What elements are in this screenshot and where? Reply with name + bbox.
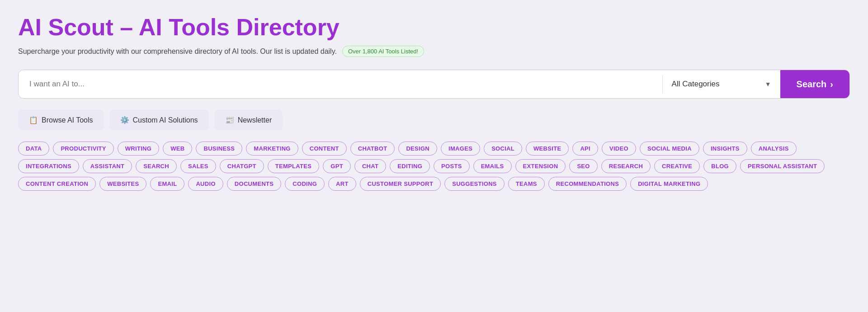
tag-button[interactable]: EMAIL (150, 177, 184, 191)
tag-button[interactable]: ART (328, 177, 356, 191)
tag-button[interactable]: CONTENT (302, 142, 347, 156)
tag-button[interactable]: IMAGES (441, 142, 480, 156)
nav-button-label: Newsletter (238, 116, 272, 124)
tag-button[interactable]: PERSONAL ASSISTANT (740, 159, 825, 173)
tag-button[interactable]: POSTS (434, 159, 470, 173)
tag-button[interactable]: CHATBOT (350, 142, 395, 156)
tag-button[interactable]: WEBSITES (99, 177, 146, 191)
subtitle-row: Supercharge your productivity with our c… (18, 46, 850, 57)
tag-button[interactable]: WRITING (118, 142, 159, 156)
nav-button-icon: ⚙️ (120, 116, 129, 124)
tag-button[interactable]: BLOG (703, 159, 736, 173)
nav-button-label: Browse AI Tools (42, 116, 93, 124)
tag-button[interactable]: SOCIAL MEDIA (640, 142, 699, 156)
tag-button[interactable]: CREATIVE (654, 159, 700, 173)
search-arrow-icon: › (830, 79, 833, 90)
tag-button[interactable]: DATA (18, 142, 49, 156)
tag-button[interactable]: VIDEO (602, 142, 636, 156)
tag-button[interactable]: DESIGN (398, 142, 437, 156)
tag-button[interactable]: MARKETING (246, 142, 298, 156)
tag-button[interactable]: SALES (180, 159, 216, 173)
tag-button[interactable]: CONTENT CREATION (18, 177, 96, 191)
chevron-down-icon: ▼ (765, 80, 771, 88)
tag-button[interactable]: PRODUCTIVITY (53, 142, 113, 156)
tag-button[interactable]: DIGITAL MARKETING (630, 177, 708, 191)
nav-button-label: Custom AI Solutions (133, 116, 198, 124)
tag-button[interactable]: EDITING (390, 159, 430, 173)
tags-section: DATAPRODUCTIVITYWRITINGWEBBUSINESSMARKET… (18, 142, 850, 191)
tag-button[interactable]: CHAT (354, 159, 386, 173)
tag-button[interactable]: BUSINESS (196, 142, 242, 156)
nav-button[interactable]: ⚙️Custom AI Solutions (109, 109, 209, 131)
tag-button[interactable]: ASSISTANT (83, 159, 132, 173)
tag-button[interactable]: SOCIAL (484, 142, 522, 156)
search-button-label: Search (797, 79, 827, 90)
tag-button[interactable]: CODING (285, 177, 325, 191)
tools-badge: Over 1,800 AI Tools Listed! (342, 46, 424, 57)
nav-button-icon: 📋 (29, 116, 38, 124)
tag-button[interactable]: DOCUMENTS (227, 177, 281, 191)
nav-button[interactable]: 📋Browse AI Tools (18, 109, 104, 131)
nav-button-icon: 📰 (225, 116, 234, 124)
tag-button[interactable]: EXTENSION (515, 159, 566, 173)
search-bar: All Categories ▼ Search › (18, 70, 850, 99)
tag-button[interactable]: TEAMS (508, 177, 545, 191)
nav-buttons: 📋Browse AI Tools⚙️Custom AI Solutions📰Ne… (18, 109, 850, 131)
tag-button[interactable]: SUGGESTIONS (444, 177, 505, 191)
tag-button[interactable]: ANALYSIS (751, 142, 797, 156)
category-select[interactable]: All Categories ▼ (663, 80, 780, 89)
tag-button[interactable]: CHATGPT (220, 159, 264, 173)
page-title: AI Scout – AI Tools Directory (18, 14, 850, 40)
tag-button[interactable]: TEMPLATES (268, 159, 319, 173)
tag-button[interactable]: INTEGRATIONS (18, 159, 79, 173)
subtitle-text: Supercharge your productivity with our c… (18, 47, 337, 56)
search-button[interactable]: Search › (780, 70, 849, 99)
tag-button[interactable]: API (572, 142, 598, 156)
tag-button[interactable]: AUDIO (188, 177, 223, 191)
category-select-text: All Categories (672, 80, 761, 89)
tag-button[interactable]: INSIGHTS (703, 142, 747, 156)
tag-button[interactable]: EMAILS (473, 159, 512, 173)
tag-button[interactable]: RESEARCH (601, 159, 651, 173)
tag-button[interactable]: CUSTOMER SUPPORT (360, 177, 441, 191)
nav-button[interactable]: 📰Newsletter (214, 109, 283, 131)
tag-button[interactable]: SEO (569, 159, 597, 173)
tag-button[interactable]: WEBSITE (526, 142, 569, 156)
search-input[interactable] (19, 80, 662, 89)
tag-button[interactable]: GPT (323, 159, 351, 173)
tag-button[interactable]: WEB (163, 142, 192, 156)
tag-button[interactable]: SEARCH (136, 159, 177, 173)
tag-button[interactable]: RECOMMENDATIONS (548, 177, 627, 191)
